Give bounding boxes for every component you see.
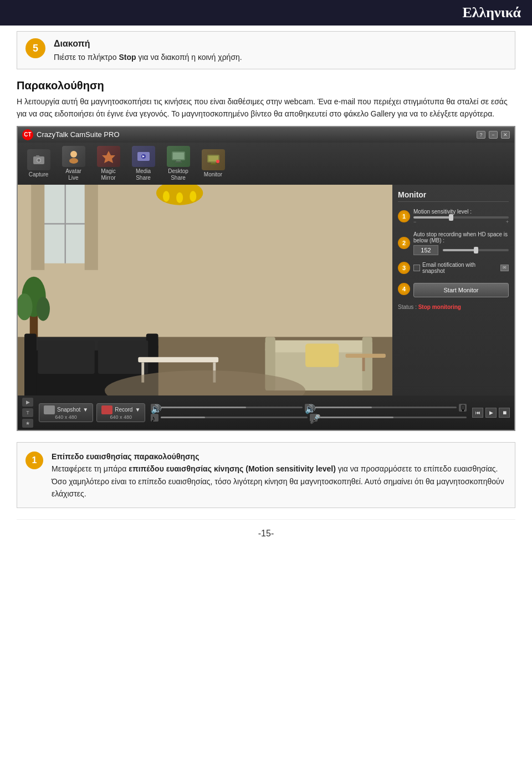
monitor-num-3: 3 [398,262,410,274]
toolbar-desktop[interactable]: DesktopShare [163,146,193,181]
toolbar-monitor[interactable]: Monitor [198,149,228,178]
svg-rect-26 [85,185,98,270]
monitor-row-3: 3 Email notification with snapshot ✉ [398,262,509,274]
media-label: MediaShare [136,168,151,181]
start-monitor-button[interactable]: Start Monitor [413,283,509,297]
minimize-button[interactable]: − [489,131,498,139]
svg-rect-25 [31,185,44,270]
toolbar-avatar[interactable]: AvatarLive [58,146,89,181]
audio-slider[interactable] [161,407,303,408]
svg-rect-17 [211,163,216,164]
svg-marker-6 [102,151,115,163]
mb-slider-track[interactable] [443,249,509,251]
magic-icon [97,146,120,167]
effect-icon[interactable]: ★ [22,419,33,428]
parakol-body3: Το μαγνητοσκοπημένο βίντεο θα αποθηκευτε… [171,109,494,118]
email-label: Email notification with snapshot [422,262,496,274]
mic-icon: 🎙 [459,404,467,412]
parakol-title: Παρακολούθηση [17,79,515,92]
app-body: Monitor 1 Motion sensitivity level : − + [18,185,514,395]
svg-rect-38 [24,333,37,395]
slider-min: − [413,219,416,225]
header-bar: Ελληνικά [0,0,532,26]
main-content: 5 Διακοπή Πιέστε το πλήκτρο Stop για να … [0,26,532,559]
app-bottom-bar: ▶ T ★ Snapshot ▼ 640 x 480 Record ▼ 640 [18,395,514,430]
parakol-body1: Η λειτουργία αυτή θα μαγνητοσκοπήσει τις… [17,97,315,106]
monitor-row-1-content: Motion sensitivity level : − + [413,209,509,225]
monitor-row-4: 4 Start Monitor [398,281,509,297]
play-button[interactable]: ▶ [485,408,497,418]
snapshot-dropdown[interactable]: ▼ [83,407,88,413]
snapshot-thumb [44,405,55,414]
speaker-icon: 🔊 [151,404,158,412]
slider-labels: − + [413,219,509,225]
svg-point-35 [37,297,50,321]
desktop-label: DesktopShare [168,168,188,181]
monitor-row-1: 1 Motion sensitivity level : − + [398,209,509,225]
email-checkbox[interactable] [413,265,420,271]
svg-point-30 [176,192,183,203]
monitor-panel-title: Monitor [398,190,509,202]
section-5-content: Διακοπή Πιέστε το πλήκτρο Stop για να δι… [54,37,242,63]
monitor-num-1: 1 [398,210,410,222]
section-5-number: 5 [25,38,45,58]
svg-point-2 [37,159,40,161]
speaker-icon-2: 🔊 [305,404,313,412]
video-icon[interactable]: ▶ [22,398,33,407]
bottom-left-icons: ▶ T ★ [22,398,33,428]
app-toolbar: Capture AvatarLive MagicMirror [18,143,514,185]
parakol-body: Η λειτουργία αυτή θα μαγνητοσκοπήσει τις… [17,95,515,120]
snapshot-label: Snapshot [57,407,80,413]
svg-point-5 [69,158,78,164]
auto-stop-label: Auto stop recording when HD space is bel… [413,231,509,244]
svg-rect-42 [138,357,218,362]
prev-button[interactable]: ⏮ [472,408,483,418]
mic-slider[interactable] [320,417,467,418]
record-thumb [101,405,112,414]
svg-rect-18 [210,164,217,165]
svg-rect-41 [98,340,149,373]
monitor-row-4-content: Start Monitor [413,281,509,297]
record-btn-top: Record ▼ [101,405,140,414]
info-text: Επίπεδο ευαισθησίας παρακολούθησης Μεταφ… [52,450,507,500]
svg-rect-40 [38,340,95,373]
desktop-icon [167,146,190,167]
record-button[interactable]: Record ▼ 640 x 480 [96,403,145,422]
svg-point-31 [190,191,196,201]
webcam-view [18,185,392,395]
toolbar-capture[interactable]: Capture [23,149,54,178]
record-label: Record [115,407,132,413]
page-number: -15- [258,529,274,538]
svg-rect-52 [362,358,365,371]
text-icon[interactable]: T [22,408,33,417]
app-screenshot: CT CrazyTalk CamSuite PRO ? − ✕ C [17,126,515,431]
monitor-row-3-content: Email notification with snapshot ✉ [413,262,509,274]
motion-slider-track[interactable] [413,216,509,219]
motion-sensitivity-label: Motion sensitivity level : [413,209,509,215]
help-button[interactable]: ? [477,131,485,139]
music-slider-row: ♪ 🎤 [151,414,467,422]
toolbar-media[interactable]: MediaShare [128,146,158,181]
snapshot-button[interactable]: Snapshot ▼ 640 x 480 [39,403,93,422]
audio-slider-2[interactable] [315,407,457,408]
media-icon [132,146,155,167]
monitor-panel: Monitor 1 Motion sensitivity level : − + [392,185,514,395]
monitor-icon [202,149,225,170]
stop-button[interactable]: ⏹ [499,408,510,418]
record-dropdown[interactable]: ▼ [135,407,140,413]
svg-point-29 [163,191,170,201]
mb-input[interactable] [413,245,438,255]
capture-icon [27,149,50,170]
audio-slider-row: 🔊 🔊 🎙 [151,404,467,412]
svg-rect-3 [36,155,39,157]
page-title: Ελληνικά [462,4,521,21]
close-button[interactable]: ✕ [501,131,510,139]
mic-icon-2: 🎤 [310,414,318,422]
info-body: Μεταφέρετε τη μπάρα επιπέδου ευαισθησίας… [52,464,504,498]
toolbar-magic[interactable]: MagicMirror [93,146,124,181]
app-titlebar-text: CrazyTalk CamSuite PRO [37,130,477,139]
music-icon: ♪ [151,414,158,422]
email-icon[interactable]: ✉ [500,265,509,271]
music-slider[interactable] [161,417,308,418]
snapshot-btn-top: Snapshot ▼ [44,405,88,414]
